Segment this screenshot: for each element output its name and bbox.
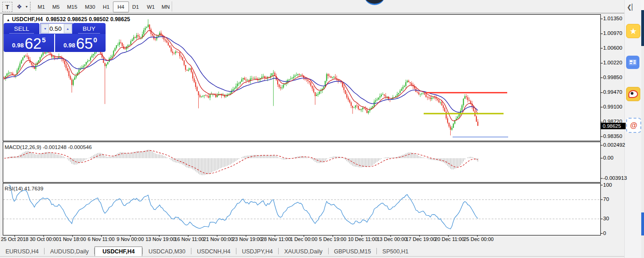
toolbar-grip[interactable] [29, 1, 31, 11]
macd-indicator-label: MACD(12,26,9) -0.001248 -0.000546 [5, 144, 92, 150]
timeframe-button-m30[interactable]: M30 [80, 1, 100, 12]
chart-tab-bar: EURUSD,H4AUDUSD,DailyUSDCHF,H4USDCAD,M30… [0, 246, 624, 256]
weibo-eye-glyph [628, 90, 638, 98]
macd-tick-label: 0.002492 [603, 142, 625, 148]
time-axis-label: 21 Nov 00:00 [203, 236, 233, 242]
time-axis-label: 17 Dec 19:00 [406, 236, 436, 242]
text-tool-button[interactable]: T [2, 2, 12, 12]
price-tick-label: 1.01350 [603, 16, 622, 21]
chart-tab-usdjpy-h4[interactable]: USDJPY,H4 [236, 247, 278, 256]
chart-symbol-title: ▲USDCHF,H4 0.98532 0.98625 0.98502 0.986… [6, 16, 130, 23]
sell-price-big: 62 [25, 37, 42, 51]
buy-price-pip: 0 [93, 36, 97, 44]
chart-tab-gbpusd-m15[interactable]: GBPUSD,M15 [329, 247, 377, 256]
price-tick-label: 0.99470 [603, 89, 622, 95]
news-feed-icon[interactable] [626, 56, 639, 69]
chart-tab-usdcnh-h4[interactable]: USDCNH,H4 [191, 247, 236, 256]
edge-strip-blue[interactable] [641, 212, 644, 235]
collapse-triangle-icon[interactable]: ▲ [6, 18, 10, 22]
price-tick-label: 0.99850 [603, 75, 622, 80]
edge-strip-mid [641, 46, 644, 212]
one-click-trading-panel: SELL ▼ 0.50 ▲ BUY 0.98 62 5 0.98 65 0 [4, 23, 106, 52]
draw-tool-icon[interactable]: ❖ [15, 2, 24, 11]
volume-increase-button[interactable]: ▲ [64, 24, 72, 33]
macd-tick-label: -0.003913 [603, 175, 627, 181]
buy-button[interactable]: BUY [73, 23, 106, 34]
toolbar-separator [172, 1, 172, 11]
time-axis-label: 25 Oct 2018 [1, 236, 28, 242]
timeframe-button-d1[interactable]: D1 [128, 1, 144, 12]
time-axis-label: 28 Nov 11:00 [261, 236, 291, 242]
toolbar: T ❖ ▼ M1M5M15M30H1H4D1W1MN [0, 0, 624, 13]
rsi-tick-label: 0 [603, 230, 606, 236]
chart-tab-usdcad-m30[interactable]: USDCAD,M30 [143, 247, 191, 256]
volume-widget: ▼ 0.50 ▲ [40, 23, 73, 34]
current-price-tag: 0.98625 [601, 123, 626, 129]
timeframe-button-m1[interactable]: M1 [33, 1, 50, 12]
buy-price-big: 65 [76, 37, 93, 51]
price-tick-label: 0.98350 [603, 133, 622, 139]
price-tick-label: 1.00970 [603, 30, 622, 36]
rsi-tick-label: 30 [603, 216, 609, 221]
chart-tab-xauusd-daily[interactable]: XAUUSD,Daily [279, 247, 328, 256]
chart-window: ▲USDCHF,H4 0.98532 0.98625 0.98502 0.986… [0, 14, 625, 258]
macd-tick-label: 0.00 [603, 155, 613, 161]
time-axis-label: 5 Dec 19:00 [319, 236, 346, 242]
mail-stamp-icon[interactable]: @ [626, 118, 641, 133]
chart-tab-usdchf-h4[interactable]: USDCHF,H4 [95, 247, 142, 256]
rsi-tick-label: 70 [603, 196, 609, 202]
time-axis-label: 20 Dec 11:00 [435, 236, 465, 242]
chart-tab-audusd-daily[interactable]: AUDUSD,Daily [45, 247, 94, 256]
time-axis-label: 23 Nov 19:00 [232, 236, 262, 242]
time-axis-label: 16 Nov 11:00 [174, 236, 204, 242]
rsi-tick-label: 100 [603, 182, 612, 188]
time-axis-label: 1 Nov 18:00 [59, 236, 86, 242]
sell-quote-button[interactable]: 0.98 62 5 [4, 34, 54, 52]
price-tick-label: 1.00600 [603, 45, 622, 51]
chart-tab-sp500-h1[interactable]: SP500,H1 [377, 247, 414, 256]
timeframe-button-h4[interactable]: H4 [113, 1, 129, 12]
price-tick-label: 1.00220 [603, 60, 622, 65]
timeframe-button-h1[interactable]: H1 [98, 1, 114, 12]
edge-strip-navy[interactable] [641, 10, 644, 46]
edge-strip-bottom [641, 235, 644, 258]
timeframe-button-m5[interactable]: M5 [48, 1, 64, 12]
buy-quote-button[interactable]: 0.98 65 0 [55, 34, 106, 52]
favorites-star-icon[interactable]: ★ [626, 24, 640, 38]
status-strip [0, 256, 624, 258]
chart-tab-eurusd-h4[interactable]: EURUSD,H4 [0, 247, 44, 256]
tool-dropdown-caret-icon[interactable]: ▼ [24, 2, 29, 11]
time-axis-label: 30 Oct 00:00 [30, 236, 59, 242]
volume-decrease-button[interactable]: ▼ [41, 24, 49, 33]
buy-price-prefix: 0.98 [63, 42, 75, 49]
weibo-icon[interactable] [626, 87, 640, 101]
sell-price-prefix: 0.98 [12, 42, 23, 49]
rsi-indicator-label: RSI(14) 41.7639 [5, 186, 43, 191]
volume-input[interactable]: 0.50 [50, 25, 63, 32]
time-axis-label: 13 Dec 00:00 [377, 236, 407, 242]
sell-price-pip: 5 [42, 36, 45, 44]
time-axis-label: 10 Dec 11:00 [348, 236, 378, 242]
time-axis-label: 1 Dec 00:00 [290, 236, 317, 242]
timeframe-button-m15[interactable]: M15 [62, 1, 82, 12]
edge-strip-top [641, 0, 644, 10]
news-glyph [629, 59, 637, 65]
price-tick-label: 0.99100 [603, 104, 622, 109]
time-axis-label: 13 Nov 19:00 [146, 236, 175, 242]
collapse-sidebar-icon[interactable]: ❮▏ [627, 3, 636, 11]
time-axis-label: 25 Dec 00:00 [464, 236, 493, 242]
time-axis-label: 6 Nov 11:00 [88, 236, 115, 242]
sell-button[interactable]: SELL [4, 23, 39, 34]
time-axis-label: 9 Nov 00:00 [117, 236, 144, 242]
